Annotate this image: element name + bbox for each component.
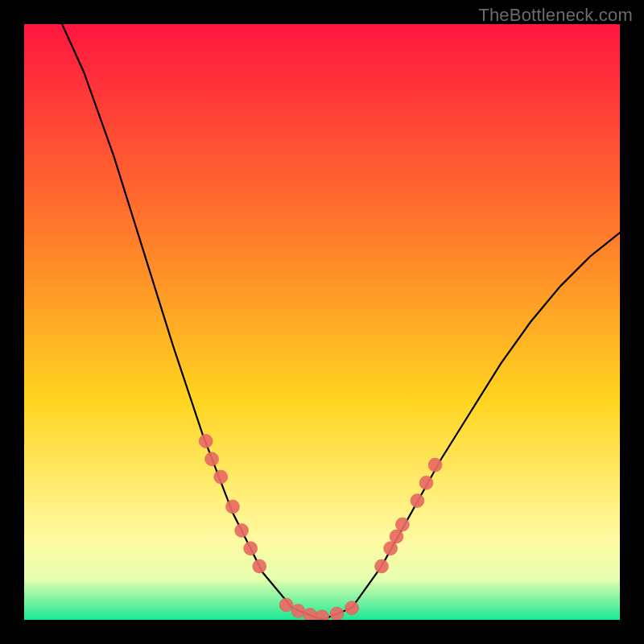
watermark-text: TheBottleneck.com (478, 5, 633, 26)
marker-dot (253, 559, 266, 573)
marker-dot (390, 530, 403, 543)
marker-dot (226, 500, 240, 514)
marker-dot (235, 524, 249, 538)
marker-dot (205, 452, 219, 466)
marker-dot (375, 559, 389, 573)
marker-dot (411, 494, 424, 508)
marker-dot (345, 601, 359, 615)
marker-dot (303, 609, 317, 620)
marker-dot (291, 604, 305, 617)
marker-dot (395, 518, 409, 531)
marker-dot (279, 598, 293, 612)
marker-dot (244, 542, 258, 555)
marker-dot (428, 458, 442, 472)
marker-dot (384, 542, 398, 555)
chart-area (24, 24, 620, 620)
chart-svg (24, 24, 620, 620)
marker-dot (330, 607, 344, 620)
marker-dot (199, 435, 213, 448)
marker-dot (214, 470, 228, 484)
marker-dot (419, 476, 433, 489)
